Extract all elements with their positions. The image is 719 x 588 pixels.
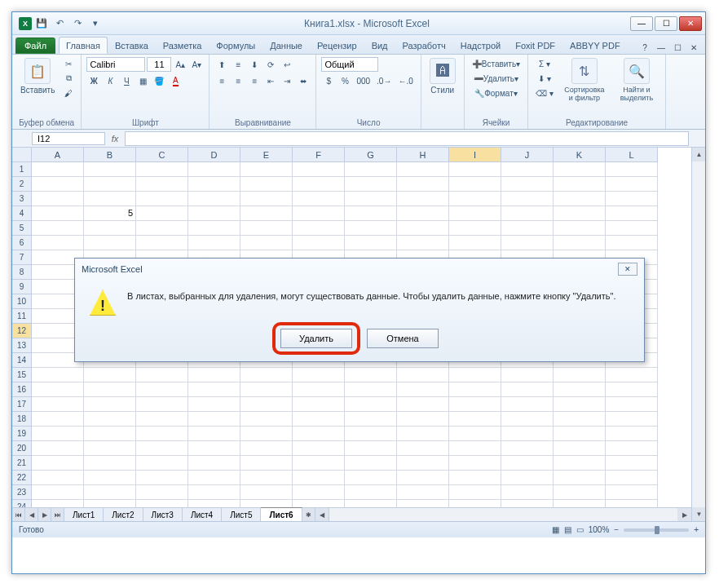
copy-button[interactable]: ⧉ [61,71,76,86]
cell[interactable] [345,427,397,441]
format-painter-button[interactable]: 🖌 [61,86,76,100]
row-header[interactable]: 11 [12,309,32,324]
mdi-restore[interactable]: ☐ [669,41,686,54]
cell[interactable] [32,368,84,382]
row-header[interactable]: 15 [12,368,32,382]
cell[interactable] [32,471,84,485]
cell[interactable] [606,221,658,236]
row-header[interactable]: 23 [12,485,32,500]
cell[interactable] [501,441,554,456]
tab-developer[interactable]: Разработч [395,37,453,54]
decrease-font-button[interactable]: A▾ [189,57,204,72]
cell[interactable] [32,485,84,500]
cell[interactable] [449,382,501,397]
cell[interactable] [136,236,188,250]
cell[interactable] [606,485,658,500]
orientation-button[interactable]: ⟳ [263,57,278,72]
cell[interactable] [136,485,188,500]
zoom-out-button[interactable]: − [614,525,619,534]
cell[interactable] [136,206,188,221]
cell[interactable] [84,177,136,192]
vertical-scrollbar[interactable]: ▲ ▼ [691,148,705,521]
cell[interactable] [345,456,397,471]
row-header[interactable]: 6 [12,236,32,250]
cell[interactable] [188,441,240,456]
cell[interactable] [84,412,136,427]
cell[interactable] [501,456,554,471]
cell[interactable] [293,162,345,177]
cell[interactable] [32,236,84,250]
cell[interactable] [554,382,606,397]
cell[interactable] [554,397,606,412]
cell[interactable] [32,192,84,206]
cell[interactable] [293,427,345,441]
cell[interactable] [293,236,345,250]
zoom-slider[interactable] [624,528,689,532]
tab-addins[interactable]: Надстрой [453,37,508,54]
cell[interactable] [136,441,188,456]
cell[interactable] [345,221,397,236]
cell[interactable] [84,382,136,397]
cell[interactable] [293,192,345,206]
cell[interactable] [397,412,449,427]
cell[interactable] [240,412,293,427]
zoom-in-button[interactable]: + [694,525,699,534]
delete-button[interactable]: Удалить [280,329,352,348]
find-select-button[interactable]: 🔍 Найти и выделить [613,56,660,104]
name-box[interactable] [32,132,105,145]
cell[interactable] [293,382,345,397]
row-header[interactable]: 21 [12,456,32,471]
cell[interactable] [449,412,501,427]
cell[interactable] [345,236,397,250]
font-size-input[interactable] [147,57,171,72]
cell[interactable] [449,456,501,471]
decrease-decimal-button[interactable]: ←.0 [395,73,415,88]
select-all-corner[interactable] [12,148,32,162]
sheet-nav-prev[interactable]: ◀ [25,508,38,522]
column-header[interactable]: B [84,148,136,162]
cell[interactable] [397,397,449,412]
row-header[interactable]: 16 [12,382,32,397]
help-button[interactable]: ? [637,41,653,54]
column-header[interactable]: C [136,148,188,162]
paste-button[interactable]: 📋 Вставить [17,56,58,96]
column-header[interactable]: I [449,148,501,162]
row-header[interactable]: 8 [12,265,32,280]
cell[interactable] [188,382,240,397]
mdi-minimize[interactable]: — [653,41,669,54]
cell[interactable] [188,427,240,441]
cell[interactable] [240,206,293,221]
zoom-level[interactable]: 100% [589,525,610,534]
cell[interactable] [397,382,449,397]
cell[interactable] [554,206,606,221]
cell[interactable] [240,192,293,206]
cell[interactable] [606,456,658,471]
row-header[interactable]: 7 [12,250,32,265]
cell[interactable] [136,456,188,471]
cell[interactable] [293,368,345,382]
column-header[interactable]: D [188,148,240,162]
cell[interactable] [136,221,188,236]
cell[interactable] [84,471,136,485]
row-header[interactable]: 18 [12,412,32,427]
cell[interactable] [240,456,293,471]
cell[interactable] [240,162,293,177]
cell[interactable] [397,221,449,236]
cell[interactable] [397,441,449,456]
row-header[interactable]: 17 [12,397,32,412]
formula-input[interactable] [125,131,689,146]
cell[interactable] [136,397,188,412]
cell[interactable] [345,206,397,221]
row-header[interactable]: 3 [12,192,32,206]
cell[interactable] [606,206,658,221]
cell[interactable] [32,177,84,192]
sheet-nav-next[interactable]: ▶ [38,508,51,522]
row-header[interactable]: 19 [12,427,32,441]
cell[interactable] [449,441,501,456]
fx-icon[interactable]: fx [105,134,125,144]
cell[interactable] [501,236,554,250]
cell[interactable] [449,177,501,192]
cell[interactable] [606,427,658,441]
column-header[interactable]: K [554,148,606,162]
sheet-tab[interactable]: Лист1 [64,508,104,522]
